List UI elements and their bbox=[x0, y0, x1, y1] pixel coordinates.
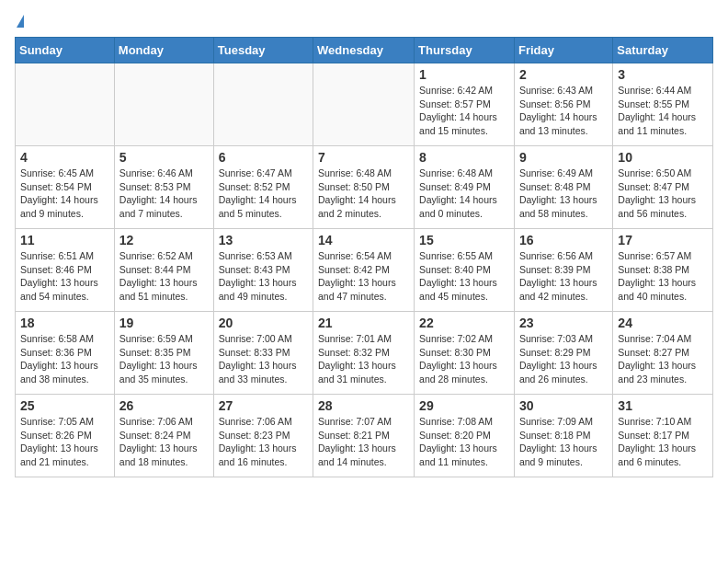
calendar-week-2: 4Sunrise: 6:45 AM Sunset: 8:54 PM Daylig… bbox=[16, 146, 713, 229]
day-info: Sunrise: 6:47 AM Sunset: 8:52 PM Dayligh… bbox=[219, 167, 308, 221]
day-info: Sunrise: 6:45 AM Sunset: 8:54 PM Dayligh… bbox=[20, 167, 109, 221]
day-info: Sunrise: 6:52 AM Sunset: 8:44 PM Dayligh… bbox=[119, 249, 209, 304]
day-number: 18 bbox=[20, 316, 109, 330]
day-number: 24 bbox=[618, 316, 708, 330]
day-number: 30 bbox=[519, 398, 608, 413]
calendar-cell: 24Sunrise: 7:04 AM Sunset: 8:27 PM Dayli… bbox=[613, 312, 713, 395]
day-info: Sunrise: 6:44 AM Sunset: 8:55 PM Dayligh… bbox=[618, 84, 708, 138]
calendar-cell: 11Sunrise: 6:51 AM Sunset: 8:46 PM Dayli… bbox=[16, 229, 115, 312]
day-info: Sunrise: 6:42 AM Sunset: 8:57 PM Dayligh… bbox=[419, 84, 509, 138]
day-info: Sunrise: 6:53 AM Sunset: 8:43 PM Dayligh… bbox=[219, 249, 308, 304]
day-number: 21 bbox=[318, 316, 409, 330]
day-number: 9 bbox=[519, 150, 608, 165]
day-info: Sunrise: 7:03 AM Sunset: 8:29 PM Dayligh… bbox=[519, 332, 608, 386]
calendar-cell: 29Sunrise: 7:08 AM Sunset: 8:20 PM Dayli… bbox=[415, 395, 515, 477]
day-info: Sunrise: 7:06 AM Sunset: 8:24 PM Dayligh… bbox=[119, 415, 209, 469]
day-info: Sunrise: 7:10 AM Sunset: 8:17 PM Dayligh… bbox=[618, 415, 708, 469]
calendar-cell: 1Sunrise: 6:42 AM Sunset: 8:57 PM Daylig… bbox=[415, 63, 515, 146]
day-header-friday: Friday bbox=[514, 38, 612, 63]
calendar-cell: 19Sunrise: 6:59 AM Sunset: 8:35 PM Dayli… bbox=[114, 312, 213, 395]
day-info: Sunrise: 6:55 AM Sunset: 8:40 PM Dayligh… bbox=[419, 249, 509, 304]
day-info: Sunrise: 6:46 AM Sunset: 8:53 PM Dayligh… bbox=[119, 167, 209, 221]
calendar-cell: 23Sunrise: 7:03 AM Sunset: 8:29 PM Dayli… bbox=[514, 312, 612, 395]
calendar-cell bbox=[16, 63, 115, 146]
day-info: Sunrise: 7:00 AM Sunset: 8:33 PM Dayligh… bbox=[219, 332, 308, 386]
day-number: 28 bbox=[318, 398, 409, 413]
day-header-tuesday: Tuesday bbox=[213, 38, 313, 63]
calendar-cell: 6Sunrise: 6:47 AM Sunset: 8:52 PM Daylig… bbox=[213, 146, 313, 229]
day-number: 19 bbox=[119, 316, 209, 330]
day-number: 6 bbox=[219, 150, 308, 165]
day-number: 15 bbox=[419, 233, 509, 247]
day-info: Sunrise: 7:07 AM Sunset: 8:21 PM Dayligh… bbox=[318, 415, 409, 469]
calendar-cell bbox=[213, 63, 313, 146]
calendar-week-3: 11Sunrise: 6:51 AM Sunset: 8:46 PM Dayli… bbox=[16, 229, 713, 312]
day-number: 22 bbox=[419, 316, 509, 330]
calendar-cell: 4Sunrise: 6:45 AM Sunset: 8:54 PM Daylig… bbox=[16, 146, 115, 229]
day-info: Sunrise: 6:48 AM Sunset: 8:50 PM Dayligh… bbox=[318, 167, 409, 221]
calendar-cell: 21Sunrise: 7:01 AM Sunset: 8:32 PM Dayli… bbox=[313, 312, 415, 395]
day-info: Sunrise: 7:01 AM Sunset: 8:32 PM Dayligh… bbox=[318, 332, 409, 386]
day-number: 12 bbox=[119, 233, 209, 247]
day-number: 3 bbox=[618, 67, 708, 82]
day-number: 27 bbox=[219, 398, 308, 413]
calendar-table: SundayMondayTuesdayWednesdayThursdayFrid… bbox=[15, 37, 713, 477]
day-number: 20 bbox=[219, 316, 308, 330]
day-info: Sunrise: 6:59 AM Sunset: 8:35 PM Dayligh… bbox=[119, 332, 209, 386]
day-number: 23 bbox=[519, 316, 608, 330]
day-info: Sunrise: 7:02 AM Sunset: 8:30 PM Dayligh… bbox=[419, 332, 509, 386]
day-number: 1 bbox=[419, 67, 509, 82]
day-number: 16 bbox=[519, 233, 608, 247]
day-number: 2 bbox=[519, 67, 608, 82]
day-info: Sunrise: 6:51 AM Sunset: 8:46 PM Dayligh… bbox=[20, 249, 109, 304]
calendar-cell: 5Sunrise: 6:46 AM Sunset: 8:53 PM Daylig… bbox=[114, 146, 213, 229]
calendar-cell: 25Sunrise: 7:05 AM Sunset: 8:26 PM Dayli… bbox=[16, 395, 115, 477]
calendar-cell: 13Sunrise: 6:53 AM Sunset: 8:43 PM Dayli… bbox=[213, 229, 313, 312]
day-header-thursday: Thursday bbox=[415, 38, 515, 63]
day-header-monday: Monday bbox=[114, 38, 213, 63]
calendar-cell: 27Sunrise: 7:06 AM Sunset: 8:23 PM Dayli… bbox=[213, 395, 313, 477]
day-info: Sunrise: 6:54 AM Sunset: 8:42 PM Dayligh… bbox=[318, 249, 409, 304]
day-number: 8 bbox=[419, 150, 509, 165]
day-number: 4 bbox=[20, 150, 109, 165]
calendar-cell: 3Sunrise: 6:44 AM Sunset: 8:55 PM Daylig… bbox=[613, 63, 713, 146]
day-number: 26 bbox=[119, 398, 209, 413]
calendar-cell: 8Sunrise: 6:48 AM Sunset: 8:49 PM Daylig… bbox=[415, 146, 515, 229]
day-info: Sunrise: 6:50 AM Sunset: 8:47 PM Dayligh… bbox=[618, 167, 708, 221]
calendar-cell: 15Sunrise: 6:55 AM Sunset: 8:40 PM Dayli… bbox=[415, 229, 515, 312]
day-header-wednesday: Wednesday bbox=[313, 38, 415, 63]
day-info: Sunrise: 7:06 AM Sunset: 8:23 PM Dayligh… bbox=[219, 415, 308, 469]
calendar-cell: 30Sunrise: 7:09 AM Sunset: 8:18 PM Dayli… bbox=[514, 395, 612, 477]
day-info: Sunrise: 6:49 AM Sunset: 8:48 PM Dayligh… bbox=[519, 167, 608, 221]
page-header bbox=[15, 15, 713, 28]
day-number: 14 bbox=[318, 233, 409, 247]
calendar-cell: 18Sunrise: 6:58 AM Sunset: 8:36 PM Dayli… bbox=[16, 312, 115, 395]
day-header-saturday: Saturday bbox=[613, 38, 713, 63]
calendar-week-5: 25Sunrise: 7:05 AM Sunset: 8:26 PM Dayli… bbox=[16, 395, 713, 477]
calendar-cell bbox=[313, 63, 415, 146]
calendar-cell: 26Sunrise: 7:06 AM Sunset: 8:24 PM Dayli… bbox=[114, 395, 213, 477]
calendar-cell: 22Sunrise: 7:02 AM Sunset: 8:30 PM Dayli… bbox=[415, 312, 515, 395]
day-info: Sunrise: 6:56 AM Sunset: 8:39 PM Dayligh… bbox=[519, 249, 608, 304]
day-number: 29 bbox=[419, 398, 509, 413]
day-info: Sunrise: 7:04 AM Sunset: 8:27 PM Dayligh… bbox=[618, 332, 708, 386]
day-info: Sunrise: 6:48 AM Sunset: 8:49 PM Dayligh… bbox=[419, 167, 509, 221]
day-number: 17 bbox=[618, 233, 708, 247]
calendar-cell: 9Sunrise: 6:49 AM Sunset: 8:48 PM Daylig… bbox=[514, 146, 612, 229]
day-number: 5 bbox=[119, 150, 209, 165]
calendar-cell: 20Sunrise: 7:00 AM Sunset: 8:33 PM Dayli… bbox=[213, 312, 313, 395]
calendar-week-4: 18Sunrise: 6:58 AM Sunset: 8:36 PM Dayli… bbox=[16, 312, 713, 395]
logo bbox=[15, 15, 24, 28]
day-info: Sunrise: 7:09 AM Sunset: 8:18 PM Dayligh… bbox=[519, 415, 608, 469]
calendar-cell: 10Sunrise: 6:50 AM Sunset: 8:47 PM Dayli… bbox=[613, 146, 713, 229]
calendar-week-1: 1Sunrise: 6:42 AM Sunset: 8:57 PM Daylig… bbox=[16, 63, 713, 146]
calendar-cell: 16Sunrise: 6:56 AM Sunset: 8:39 PM Dayli… bbox=[514, 229, 612, 312]
day-number: 13 bbox=[219, 233, 308, 247]
day-info: Sunrise: 7:05 AM Sunset: 8:26 PM Dayligh… bbox=[20, 415, 109, 469]
day-number: 25 bbox=[20, 398, 109, 413]
calendar-cell: 28Sunrise: 7:07 AM Sunset: 8:21 PM Dayli… bbox=[313, 395, 415, 477]
logo-icon bbox=[17, 15, 24, 28]
calendar-cell: 12Sunrise: 6:52 AM Sunset: 8:44 PM Dayli… bbox=[114, 229, 213, 312]
calendar-header-row: SundayMondayTuesdayWednesdayThursdayFrid… bbox=[16, 38, 713, 63]
calendar-cell: 31Sunrise: 7:10 AM Sunset: 8:17 PM Dayli… bbox=[613, 395, 713, 477]
